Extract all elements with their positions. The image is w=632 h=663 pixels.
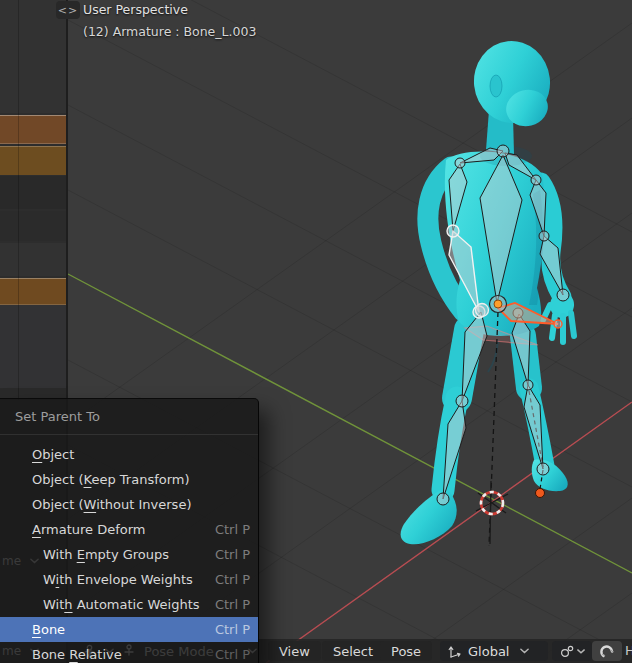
blender-window: me me <> User Perspective (12) Armature … <box>0 0 632 663</box>
transform-orientation-dropdown[interactable]: Global <box>440 641 548 661</box>
channel-row-selected[interactable] <box>0 278 66 305</box>
menu-item-label: Bone <box>32 622 65 637</box>
menu-item-shortcut: Ctrl P <box>215 572 250 587</box>
menu-item-shortcut: Ctrl P <box>215 622 250 637</box>
chevron-down-icon <box>520 648 529 654</box>
channel-row[interactable] <box>0 176 66 209</box>
menu-item-object[interactable]: Object <box>0 442 258 467</box>
menu-item-object-without-inverse[interactable]: Object (Without Inverse) <box>0 492 258 517</box>
menu-item-bone-relative[interactable]: Bone Relative Ctrl P <box>0 642 258 663</box>
menu-item-shortcut: Ctrl P <box>215 597 250 612</box>
menu-item-shortcut: Ctrl P <box>215 547 250 562</box>
active-object-label: (12) Armature : Bone_L.003 <box>83 24 256 39</box>
menu-item-shortcut: Ctrl P <box>215 522 250 537</box>
orientation-label: Global <box>468 644 509 659</box>
menu-item-shortcut: Ctrl P <box>215 647 250 662</box>
menu-item-with-envelope-weights[interactable]: With Envelope Weights Ctrl P <box>0 567 258 592</box>
channel-row-selected[interactable] <box>0 115 66 144</box>
menu-item-label: Object (Keep Transform) <box>32 472 190 487</box>
menu-item-label: Bone Relative <box>32 647 122 662</box>
chevron-down-icon <box>577 649 585 654</box>
channel-row-selected[interactable] <box>0 146 66 175</box>
select-menu-button[interactable]: Select <box>322 641 384 661</box>
menu-item-armature-deform[interactable]: Armature Deform Ctrl P <box>0 517 258 542</box>
menu-item-label: Armature Deform <box>32 522 146 537</box>
channel-divider <box>18 0 19 400</box>
editor-corner-widget[interactable]: <> <box>56 1 80 19</box>
menu-item-object-keep-transform[interactable]: Object (Keep Transform) <box>0 467 258 492</box>
bone-tail-dot <box>536 489 545 498</box>
menu-item-label: With Envelope Weights <box>43 572 193 587</box>
menu-item-label: Object (Without Inverse) <box>32 497 191 512</box>
menu-item-with-empty-groups[interactable]: With Empty Groups Ctrl P <box>0 542 258 567</box>
channel-row[interactable] <box>0 305 66 388</box>
menu-item-label: With Empty Groups <box>43 547 169 562</box>
view-menu-button[interactable]: View <box>268 641 321 661</box>
menu-item-label: With Automatic Weights <box>43 597 200 612</box>
channel-row[interactable] <box>0 211 66 241</box>
menu-item-bone[interactable]: Bone Ctrl P <box>0 617 258 642</box>
menu-separator <box>0 434 258 435</box>
origin-dot <box>494 300 502 308</box>
snap-toggle-button[interactable] <box>592 641 622 661</box>
menu-item-with-automatic-weights[interactable]: With Automatic Weights Ctrl P <box>0 592 258 617</box>
pivot-point-icon <box>559 644 575 659</box>
pivot-point-dropdown[interactable] <box>552 641 592 661</box>
menu-item-label: Object <box>32 447 74 462</box>
channel-row[interactable] <box>0 243 66 276</box>
clipped-edge-label: H <box>625 643 632 658</box>
set-parent-to-menu: Set Parent To Object Object (Keep Transf… <box>0 398 259 663</box>
magnet-icon <box>599 643 615 659</box>
view-perspective-label: User Perspective <box>83 2 188 17</box>
orientation-axes-icon <box>447 644 463 659</box>
pose-menu-button[interactable]: Pose <box>380 641 432 661</box>
menu-title: Set Parent To <box>0 399 258 434</box>
